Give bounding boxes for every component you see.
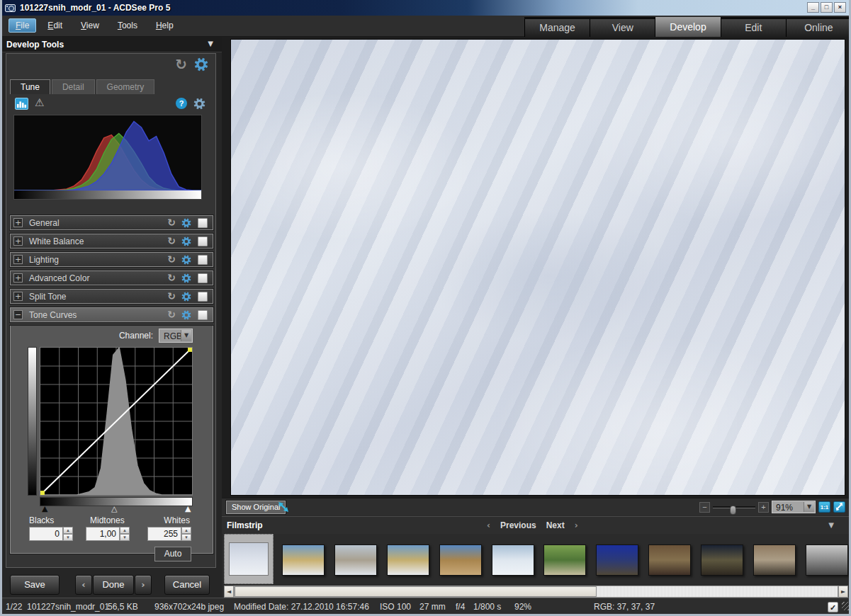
filmstrip-thumbnail[interactable] (491, 537, 535, 583)
gear-icon[interactable] (181, 218, 191, 228)
close-button[interactable]: × (834, 2, 846, 13)
expand-button[interactable]: + (13, 236, 23, 246)
menu-file[interactable]: File (9, 18, 36, 33)
menu-view[interactable]: View (74, 18, 106, 33)
expand-button[interactable]: + (13, 292, 23, 301)
filmstrip-menu-caret-icon[interactable]: ▼ (828, 521, 834, 529)
resize-grip[interactable] (842, 602, 850, 610)
gear-icon[interactable] (181, 273, 191, 283)
group-bar-split-tone[interactable]: +Split Tone↻ (10, 289, 213, 304)
whites-stepper[interactable]: ▲▼ (181, 527, 191, 541)
previous-link[interactable]: Previous (500, 520, 536, 530)
midtones-slider-handle[interactable]: △ (111, 504, 117, 513)
gear-icon[interactable] (181, 292, 191, 302)
enable-checkbox[interactable] (198, 273, 208, 283)
reset-icon[interactable]: ↻ (167, 309, 176, 320)
chevron-down-icon[interactable]: ▼ (804, 502, 814, 512)
midtones-stepper[interactable]: ▲▼ (120, 527, 130, 541)
filmstrip-thumbnail[interactable] (543, 537, 587, 583)
zoom-out-button[interactable]: − (699, 502, 710, 513)
tab-detail[interactable]: Detail (52, 79, 95, 94)
midtones-input[interactable] (86, 527, 120, 541)
actual-size-button[interactable]: 1:1 (818, 501, 830, 513)
filmstrip-thumbnail[interactable] (334, 537, 378, 583)
reset-icon[interactable]: ↻ (167, 235, 176, 246)
next-chevron-icon[interactable]: › (575, 520, 578, 530)
reset-icon[interactable]: ↻ (167, 272, 176, 283)
status-checkbox[interactable]: ✓ (828, 602, 838, 612)
tab-view[interactable]: View (590, 19, 655, 37)
exposure-warning-icon[interactable]: ⚠ (35, 96, 44, 109)
gear-icon[interactable] (181, 310, 191, 320)
auto-button[interactable]: Auto (154, 547, 191, 561)
whites-slider-handle[interactable]: ▲ (185, 504, 191, 513)
expand-button[interactable]: + (13, 273, 23, 283)
minimize-button[interactable]: _ (807, 2, 819, 13)
previous-image-button[interactable]: ‹ (75, 575, 92, 595)
filmstrip-thumbnail[interactable] (753, 537, 796, 583)
filmstrip-thumbnail[interactable] (648, 537, 692, 583)
tab-tune[interactable]: Tune (10, 79, 50, 94)
scroll-right-button[interactable]: ► (838, 586, 848, 598)
group-bar-advanced-color[interactable]: +Advanced Color↻ (10, 270, 213, 285)
help-icon[interactable]: ? (176, 98, 187, 109)
group-bar-lighting[interactable]: +Lighting↻ (10, 252, 213, 267)
enable-checkbox[interactable] (198, 236, 208, 246)
histogram-toggle-icon[interactable] (15, 98, 28, 110)
reset-icon[interactable]: ↻ (167, 217, 176, 228)
settings-gear-icon[interactable] (194, 57, 208, 72)
channel-select[interactable]: RGB ▼ (159, 329, 193, 343)
tone-curves-header[interactable]: − Tone Curves ↻ (10, 307, 213, 322)
blacks-input[interactable] (29, 527, 63, 541)
filmstrip-thumbnail[interactable] (805, 537, 849, 583)
zoom-slider[interactable] (713, 502, 755, 513)
reset-all-icon[interactable]: ↻ (175, 57, 187, 72)
gear-icon[interactable] (181, 236, 191, 246)
menu-edit[interactable]: Edit (40, 18, 69, 33)
tab-develop[interactable]: Develop (655, 17, 720, 37)
chevron-down-icon[interactable]: ▼ (181, 330, 191, 341)
maximize-button[interactable]: □ (821, 2, 833, 13)
tone-curve-editor[interactable] (40, 347, 193, 496)
blacks-stepper[interactable]: ▲▼ (63, 527, 73, 541)
enable-checkbox[interactable] (198, 292, 208, 302)
reset-icon[interactable]: ↻ (167, 290, 176, 302)
expand-button[interactable]: + (13, 218, 23, 227)
next-link[interactable]: Next (546, 520, 565, 530)
scrollbar-track[interactable] (234, 586, 838, 598)
group-bar-white-balance[interactable]: +White Balance↻ (10, 234, 213, 249)
zoom-slider-thumb[interactable] (730, 506, 736, 515)
filmstrip-thumbnail[interactable] (439, 537, 483, 583)
next-image-button[interactable]: › (135, 575, 152, 595)
expand-button[interactable]: + (13, 255, 23, 264)
tab-online[interactable]: Online (786, 19, 851, 37)
done-button[interactable]: Done (93, 575, 134, 595)
photo-snow[interactable] (230, 39, 845, 496)
filmstrip-thumbnail[interactable] (281, 537, 325, 583)
group-bar-general[interactable]: +General↻ (10, 215, 213, 230)
histogram-settings-gear-icon[interactable] (193, 98, 205, 110)
filmstrip-thumbnail[interactable] (595, 537, 639, 583)
fit-image-button[interactable] (833, 501, 845, 513)
develop-tools-header[interactable]: Develop Tools ▼ (0, 37, 222, 52)
reset-icon[interactable]: ↻ (167, 253, 176, 265)
compare-arrows-icon[interactable] (277, 501, 290, 513)
previous-chevron-icon[interactable]: ‹ (487, 520, 490, 530)
scrollbar-thumb[interactable] (235, 586, 597, 597)
filmstrip-thumbnail[interactable] (224, 534, 274, 584)
cancel-button[interactable]: Cancel (164, 575, 210, 595)
tab-edit[interactable]: Edit (721, 19, 786, 37)
gear-icon[interactable] (181, 255, 191, 265)
enable-checkbox[interactable] (198, 310, 208, 320)
zoom-in-button[interactable]: + (758, 502, 769, 513)
filmstrip-thumbnail[interactable] (386, 537, 430, 583)
tab-manage[interactable]: Manage (524, 19, 590, 37)
tab-geometry[interactable]: Geometry (96, 79, 155, 94)
filmstrip-thumbnail[interactable] (700, 537, 744, 583)
save-button[interactable]: Save (10, 575, 60, 595)
menu-help[interactable]: Help (149, 18, 181, 33)
zoom-level-select[interactable]: 91% ▼ (772, 501, 816, 513)
whites-input[interactable] (147, 527, 181, 541)
scroll-left-button[interactable]: ◄ (224, 586, 234, 598)
enable-checkbox[interactable] (198, 255, 208, 265)
